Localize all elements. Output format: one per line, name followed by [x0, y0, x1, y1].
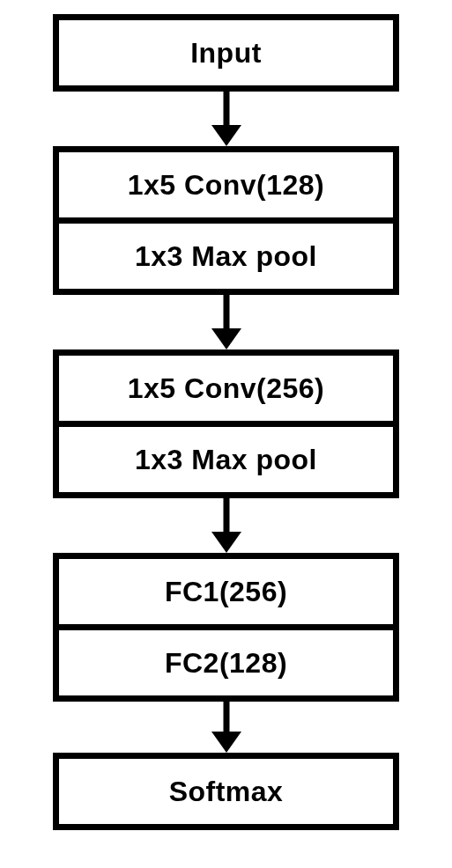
- arrow-icon: [209, 295, 244, 349]
- diagram-canvas: Input 1x5 Conv(128) 1x3 Max pool 1x5 Con…: [0, 0, 452, 868]
- layer-softmax: Softmax: [53, 753, 399, 830]
- layer-fc-block: FC1(256) FC2(128): [53, 553, 399, 702]
- conv1-label: 1x5 Conv(128): [59, 152, 393, 217]
- layer-input: Input: [53, 14, 399, 92]
- arrow-icon: [209, 92, 244, 146]
- conv2-label: 1x5 Conv(256): [59, 356, 393, 421]
- arrow-icon: [209, 702, 244, 753]
- maxpool1-label: 1x3 Max pool: [59, 217, 393, 289]
- fc2-label: FC2(128): [59, 624, 393, 695]
- fc1-label: FC1(256): [59, 559, 393, 624]
- maxpool2-label: 1x3 Max pool: [59, 421, 393, 492]
- layer-input-label: Input: [59, 20, 393, 85]
- layer-conv-block-1: 1x5 Conv(128) 1x3 Max pool: [53, 146, 399, 295]
- layer-conv-block-2: 1x5 Conv(256) 1x3 Max pool: [53, 349, 399, 498]
- softmax-label: Softmax: [59, 759, 393, 824]
- arrow-icon: [209, 498, 244, 553]
